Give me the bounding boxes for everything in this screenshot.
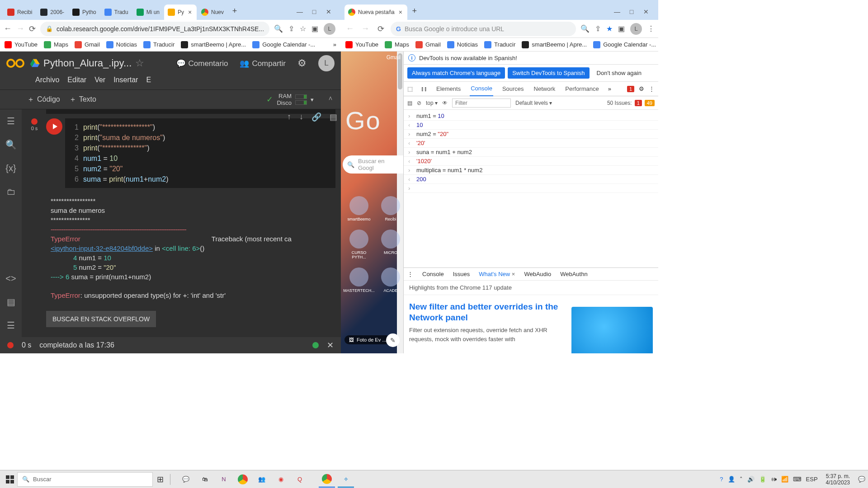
kebab-menu-icon[interactable]: ⋮ (649, 85, 655, 92)
chevron-down-icon[interactable]: ▾ (311, 96, 314, 103)
bookmark-item[interactable]: Noticias (447, 41, 478, 48)
drawer-tab-webaudio[interactable]: WebAudio (524, 271, 551, 277)
settings-gear-icon[interactable]: ⚙ (297, 57, 307, 69)
bookmark-item[interactable]: Maps (385, 41, 409, 48)
resources-widget[interactable]: ✓ RAMDisco ▾ ＾ (266, 93, 335, 106)
shortcut-tile[interactable]: Recibi (377, 196, 403, 221)
more-tabs-icon[interactable]: » (608, 85, 611, 92)
search-icon[interactable]: 🔍 (5, 139, 16, 150)
task-view-icon[interactable]: ⊞ (153, 472, 167, 487)
photo-attribution[interactable]: 🖼Foto de Ev ... (344, 335, 391, 344)
link-icon[interactable]: 🔗 (311, 112, 321, 122)
devtools-tab-elements[interactable]: Elements (435, 82, 462, 96)
browser-tab[interactable]: Tradu (101, 5, 132, 20)
close-icon[interactable]: ✕ (325, 8, 333, 15)
teams-icon[interactable]: 👥 (254, 471, 270, 488)
minimize-icon[interactable]: ― (296, 8, 304, 15)
shortcut-tile[interactable]: CURSO PYTH... (345, 230, 373, 259)
code-editor[interactable]: 1print("*****************")2print("suma … (65, 118, 335, 188)
browser-tab[interactable]: Nuev (198, 5, 227, 20)
browser-tab[interactable]: 2006- (37, 5, 68, 20)
bookmark-item[interactable]: smartBeemo | Apre... (522, 41, 587, 48)
back-button[interactable]: ← (344, 24, 355, 33)
gmail-link[interactable]: Gmail (387, 54, 401, 61)
battery-icon[interactable]: 🔋 (759, 476, 766, 483)
shortcut-tile[interactable]: ACADE (377, 267, 403, 293)
zoom-icon[interactable]: 🔍 (274, 24, 283, 33)
devtools-tab-console[interactable]: Console (470, 81, 493, 96)
code-icon[interactable]: <> (5, 273, 16, 284)
browser-tab[interactable]: Nueva pestaña × (344, 5, 407, 20)
console-output[interactable]: ›num1 = 10‹10›num2 = "20"‹'20'›suna = nu… (404, 110, 658, 267)
browser-tab-active[interactable]: Py× (164, 5, 197, 20)
add-code-button[interactable]: ＋ Código (27, 95, 60, 104)
shortcut-tile[interactable]: smartBeemo (345, 196, 373, 221)
share-icon[interactable]: ⇪ (288, 24, 294, 33)
address-bar[interactable]: 🔒 colab.research.google.com/drive/1IFM9P… (40, 22, 269, 36)
bookmark-item[interactable]: Traducir (484, 41, 515, 48)
search-stackoverflow-button[interactable]: BUSCAR EN STACK OVERFLOW (46, 311, 156, 327)
browser-tab[interactable]: Recibi (4, 5, 36, 20)
always-match-button[interactable]: Always match Chrome's language (407, 67, 505, 79)
new-tab-button[interactable]: + (408, 5, 421, 17)
dont-show-button[interactable]: Don't show again (592, 67, 646, 79)
start-button[interactable] (3, 472, 17, 487)
back-button[interactable]: ← (4, 24, 12, 33)
profile-avatar[interactable]: L (324, 23, 335, 35)
address-bar[interactable]: G Busca Google o introduce una URL (391, 22, 576, 36)
help-icon[interactable]: ? (720, 476, 723, 483)
devtools-tab-performance[interactable]: Performance (564, 82, 599, 96)
shortcut-tile[interactable]: MICRO (377, 230, 403, 259)
side-panel-icon[interactable]: ▣ (311, 24, 318, 33)
volume-icon[interactable]: 🔊 (747, 476, 755, 483)
drawer-tab-issues[interactable]: Issues (453, 271, 470, 277)
bookmark-item[interactable]: Traducir (143, 41, 175, 48)
google-search-box[interactable]: 🔍 Buscar en Googl (343, 155, 403, 174)
drawer-tab-console[interactable]: Console (422, 271, 444, 277)
files-icon[interactable]: 🗀 (5, 186, 16, 197)
close-icon[interactable]: ✕ (642, 8, 650, 15)
devtools-tab-sources[interactable]: Sources (501, 82, 525, 96)
settings-gear-icon[interactable]: ⚙ (639, 85, 644, 92)
bookmark-item[interactable]: Google Calendar -... (593, 41, 656, 48)
reload-button[interactable]: ⟳ (29, 24, 36, 34)
terminal-icon[interactable]: ▤ (5, 296, 16, 307)
filter-input[interactable] (452, 99, 511, 108)
drawer-tab-whatsnew[interactable]: What's New × (479, 271, 515, 277)
forward-button[interactable]: → (360, 24, 371, 33)
kebab-menu-icon[interactable]: ⋮ (647, 24, 655, 33)
add-text-button[interactable]: ＋ Texto (69, 95, 96, 104)
language-indicator[interactable]: ESP (806, 476, 818, 483)
close-tab-icon[interactable]: × (512, 271, 515, 277)
vscode-icon[interactable]: ⟡ (338, 471, 354, 488)
share-button[interactable]: 👥Compartir (240, 59, 286, 68)
whatsapp-icon[interactable]: 💬 (178, 471, 194, 488)
chrome-icon[interactable] (235, 471, 251, 488)
menu-editar[interactable]: Editar (67, 76, 86, 84)
new-tab-button[interactable]: + (228, 5, 241, 17)
bookmark-star-icon[interactable]: ☆ (300, 24, 306, 33)
chevron-up-icon[interactable]: ＾ (326, 94, 335, 105)
traceback-link[interactable]: <ipython-input-32-e84204bf0dde> (51, 244, 153, 252)
network-icon[interactable]: 🕪 (771, 476, 777, 483)
notebook-title[interactable]: Python_Alura_.ipy... (43, 57, 132, 69)
bookmark-item[interactable]: smartBeemo | Apre... (181, 41, 246, 48)
bookmark-item[interactable]: Maps (44, 41, 68, 48)
run-cell-button[interactable] (46, 118, 62, 135)
close-tab-icon[interactable]: × (187, 9, 193, 15)
close-tab-icon[interactable]: × (397, 9, 404, 15)
wifi-icon[interactable]: 📶 (781, 476, 788, 483)
drawer-menu-icon[interactable]: ⋮ (407, 271, 413, 277)
star-icon[interactable]: ☆ (135, 57, 144, 69)
forward-button[interactable]: → (16, 24, 24, 33)
bookmarks-overflow-icon[interactable]: » (333, 41, 336, 48)
bookmark-item[interactable]: YouTube (345, 41, 378, 48)
profile-avatar[interactable]: L (630, 23, 642, 35)
browser-tab[interactable]: Mi un (133, 5, 163, 20)
bookmark-item[interactable]: YouTube (5, 41, 38, 48)
variables-icon[interactable]: {x} (5, 163, 16, 174)
device-icon[interactable]: ⫿⫿ (421, 85, 427, 92)
shortcut-tile[interactable]: MASTERTECH... (345, 267, 373, 293)
app-icon[interactable]: ◉ (273, 471, 289, 488)
log-levels-selector[interactable]: Default levels ▾ (515, 100, 552, 106)
